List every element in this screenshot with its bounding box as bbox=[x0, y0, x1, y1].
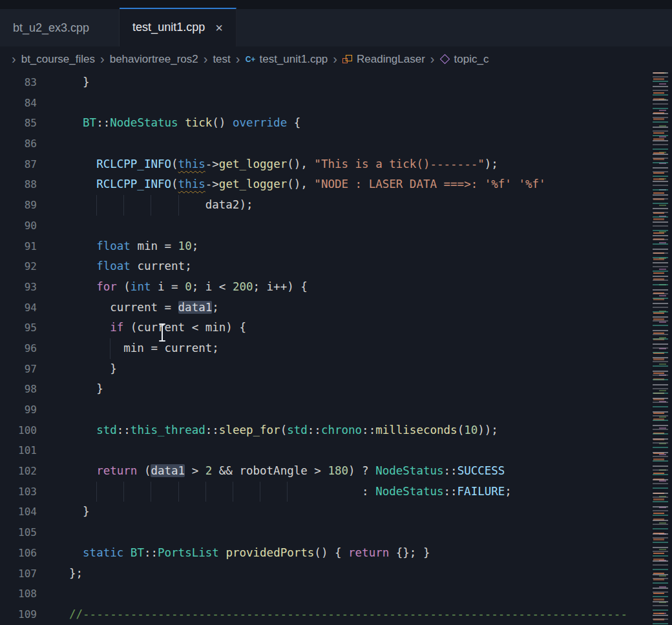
code-line[interactable]: 104 } bbox=[0, 502, 651, 522]
line-number[interactable]: 85 bbox=[0, 113, 37, 134]
code-token: RCLCPP_INFO bbox=[96, 178, 171, 190]
breadcrumb-item[interactable]: ReadingLaser bbox=[357, 53, 425, 66]
code-line[interactable]: 86 bbox=[0, 134, 651, 154]
code-token: milliseconds bbox=[375, 424, 457, 436]
line-number[interactable]: 96 bbox=[0, 338, 37, 359]
minimap[interactable] bbox=[651, 72, 672, 625]
code-token: this bbox=[178, 178, 205, 190]
code-line[interactable]: 87 RCLCPP_INFO(this->get_logger(), "This… bbox=[0, 154, 651, 175]
line-number[interactable]: 101 bbox=[0, 440, 37, 461]
code-token bbox=[69, 260, 96, 272]
line-number[interactable]: 87 bbox=[0, 154, 37, 175]
code-line[interactable]: 94 current = data1; bbox=[0, 298, 651, 318]
line-number[interactable]: 92 bbox=[0, 256, 37, 277]
code-line[interactable]: 105 bbox=[0, 522, 651, 543]
line-number[interactable]: 90 bbox=[0, 216, 37, 236]
code-line[interactable]: 107}; bbox=[0, 564, 651, 584]
line-number[interactable]: 91 bbox=[0, 236, 37, 257]
code-line[interactable]: 97 } bbox=[0, 359, 651, 380]
code-token bbox=[69, 321, 110, 334]
code-token: sleep_for bbox=[219, 424, 280, 436]
code-token bbox=[69, 280, 96, 293]
tab-bt_u2_ex3[interactable]: bt_u2_ex3.cpp bbox=[0, 9, 120, 46]
code-token: ; bbox=[192, 240, 199, 252]
code-token: providedPorts bbox=[226, 546, 314, 559]
line-content: data2); bbox=[37, 195, 651, 216]
line-number[interactable]: 108 bbox=[0, 584, 37, 604]
breadcrumb-item[interactable]: test bbox=[213, 53, 230, 66]
code-line[interactable]: 108 bbox=[0, 584, 651, 604]
code-token: if bbox=[110, 321, 123, 334]
code-line[interactable]: 98 } bbox=[0, 379, 651, 400]
line-number[interactable]: 105 bbox=[0, 522, 37, 543]
code-line[interactable]: 83 } bbox=[0, 72, 651, 93]
code-token: { bbox=[287, 116, 300, 129]
line-content: return (data1 > 2 && robotAngle > 180) ?… bbox=[37, 461, 651, 482]
code-line[interactable]: 103 : NodeStatus::FAILURE; bbox=[0, 482, 651, 502]
line-number[interactable]: 88 bbox=[0, 174, 37, 195]
code-token: i = bbox=[151, 280, 185, 293]
editor[interactable]: 83 }8485 BT::NodeStatus tick() override … bbox=[0, 72, 672, 625]
tab-test_unit1[interactable]: test_unit1.cpp × bbox=[120, 8, 236, 47]
line-number[interactable]: 102 bbox=[0, 461, 37, 482]
line-content: if (current < min) { bbox=[37, 318, 651, 338]
close-icon[interactable]: × bbox=[215, 21, 223, 34]
code-line[interactable]: 99 bbox=[0, 400, 651, 420]
line-number[interactable]: 98 bbox=[0, 379, 37, 400]
line-number[interactable]: 95 bbox=[0, 318, 37, 338]
code-line[interactable]: 92 float current; bbox=[0, 256, 651, 277]
line-content: //--------------------------------------… bbox=[37, 604, 651, 625]
code-token: ( bbox=[117, 280, 131, 293]
code-line[interactable]: 100 std::this_thread::sleep_for(std::chr… bbox=[0, 420, 651, 441]
code-line[interactable]: 93 for (int i = 0; i < 200; i++) { bbox=[0, 277, 651, 298]
line-number[interactable]: 109 bbox=[0, 604, 37, 625]
code-token: (current < min) { bbox=[123, 321, 246, 334]
code-line[interactable]: 89 data2); bbox=[0, 195, 651, 216]
indent-guide bbox=[178, 195, 179, 216]
code-token: ( bbox=[171, 178, 178, 190]
code-token: :: bbox=[308, 424, 321, 436]
code-line[interactable]: 91 float min = 10; bbox=[0, 236, 651, 257]
code-area[interactable]: 83 }8485 BT::NodeStatus tick() override … bbox=[0, 72, 651, 625]
code-line[interactable]: 109//-----------------------------------… bbox=[0, 604, 651, 625]
indent-guide bbox=[178, 482, 179, 502]
code-line[interactable]: 102 return (data1 > 2 && robotAngle > 18… bbox=[0, 461, 651, 482]
line-number[interactable]: 93 bbox=[0, 277, 37, 298]
line-number[interactable]: 104 bbox=[0, 502, 37, 522]
code-token: float bbox=[96, 260, 131, 272]
line-number[interactable]: 99 bbox=[0, 400, 37, 420]
code-line[interactable]: 85 BT::NodeStatus tick() override { bbox=[0, 113, 651, 134]
line-content: static BT::PortsList providedPorts() { r… bbox=[37, 543, 651, 564]
code-line[interactable]: 88 RCLCPP_INFO(this->get_logger(), "NODE… bbox=[0, 174, 651, 195]
code-token: chrono bbox=[321, 424, 362, 436]
breadcrumb-item[interactable]: test_unit1.cpp bbox=[259, 53, 328, 66]
code-line[interactable]: 95 if (current < min) { bbox=[0, 318, 651, 338]
code-token: :: bbox=[117, 424, 131, 436]
code-token: 200 bbox=[233, 280, 253, 293]
breadcrumb-item[interactable]: bt_course_files bbox=[21, 53, 95, 66]
code-line[interactable]: 90 bbox=[0, 216, 651, 236]
code-line[interactable]: 84 bbox=[0, 93, 651, 114]
line-number[interactable]: 100 bbox=[0, 420, 37, 441]
line-number[interactable]: 97 bbox=[0, 359, 37, 380]
line-number[interactable]: 103 bbox=[0, 482, 37, 502]
code-token: } bbox=[69, 505, 90, 518]
code-token: ; bbox=[212, 301, 219, 314]
line-number[interactable]: 86 bbox=[0, 134, 37, 154]
line-content bbox=[37, 134, 651, 154]
breadcrumb-item[interactable]: behaviortree_ros2 bbox=[110, 53, 198, 66]
line-number[interactable]: 107 bbox=[0, 564, 37, 584]
line-number[interactable]: 94 bbox=[0, 298, 37, 318]
line-number[interactable]: 106 bbox=[0, 543, 37, 564]
code-line[interactable]: 96 min = current; bbox=[0, 338, 651, 359]
tab-bar: bt_u2_ex3.cpp test_unit1.cpp × bbox=[0, 9, 672, 46]
code-token: NodeStatus bbox=[375, 485, 443, 498]
line-number[interactable]: 83 bbox=[0, 72, 37, 93]
code-line[interactable]: 106 static BT::PortsList providedPorts()… bbox=[0, 543, 651, 564]
class-icon bbox=[342, 54, 353, 65]
line-number[interactable]: 84 bbox=[0, 93, 37, 114]
code-line[interactable]: 101 bbox=[0, 440, 651, 461]
line-number[interactable]: 89 bbox=[0, 195, 37, 216]
breadcrumb-item[interactable]: topic_c bbox=[454, 53, 489, 66]
code-token bbox=[69, 546, 83, 559]
